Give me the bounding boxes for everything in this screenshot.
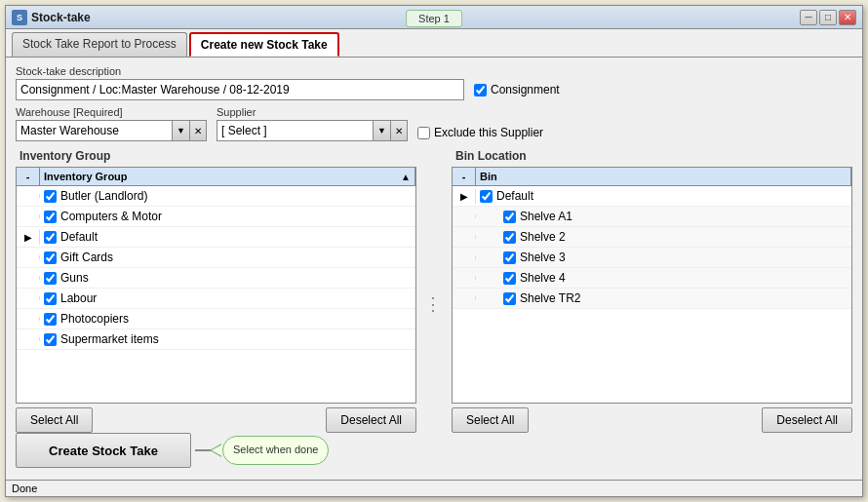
inventory-check-3[interactable] xyxy=(44,231,57,244)
bottom-action-row: Create Stock Take Select when done xyxy=(16,433,852,468)
row-minus-8[interactable] xyxy=(17,337,40,341)
inventory-check-5[interactable] xyxy=(44,272,57,285)
callout-arrow-left xyxy=(210,444,221,457)
callout-bubble: Select when done xyxy=(222,436,329,464)
bin-row-cell-1: Default xyxy=(476,186,851,206)
inventory-check-4[interactable] xyxy=(44,251,57,264)
supplier-arrow-button[interactable]: ▼ xyxy=(373,120,390,141)
bin-row-cell-2: Shelve A1 xyxy=(476,207,851,226)
create-stock-take-button[interactable]: Create Stock Take xyxy=(16,433,191,468)
title-bar-left: S Stock-take xyxy=(12,10,91,25)
inventory-panel: - Inventory Group ▲ Butler (Landlor xyxy=(16,167,416,404)
bin-header-minus[interactable]: - xyxy=(453,168,476,185)
bin-buttons: Select All Deselect All xyxy=(452,407,852,433)
bin-header-name: Bin xyxy=(476,168,851,185)
inventory-check-8[interactable] xyxy=(44,333,57,346)
consignment-checkbox-label: Consignment xyxy=(474,83,560,97)
inventory-panel-title: Inventory Group xyxy=(16,147,416,165)
maximize-button[interactable]: □ xyxy=(819,10,837,25)
bin-check-6[interactable] xyxy=(503,292,516,305)
table-row: Labour xyxy=(17,289,415,309)
table-row: Supermarket items xyxy=(17,329,415,350)
table-row: Guns xyxy=(17,268,415,289)
table-row: ▶ Default xyxy=(453,186,851,207)
tabs-bar: Stock Take Report to Process Create new … xyxy=(6,29,862,58)
warehouse-clear-button[interactable]: ✕ xyxy=(189,120,207,141)
warehouse-arrow-button[interactable]: ▼ xyxy=(172,120,189,141)
inventory-check-6[interactable] xyxy=(44,292,57,305)
supplier-clear-button[interactable]: ✕ xyxy=(390,120,408,141)
supplier-group: Supplier ▼ ✕ xyxy=(217,106,408,141)
row-minus-4[interactable] xyxy=(17,255,40,259)
bin-check-1[interactable] xyxy=(480,190,493,203)
status-text: Done xyxy=(12,483,37,494)
description-input[interactable] xyxy=(16,79,464,100)
inventory-check-2[interactable] xyxy=(44,211,57,223)
inventory-check-7[interactable] xyxy=(44,313,57,326)
bin-row-cell-5: Shelve 4 xyxy=(476,268,851,288)
close-button[interactable]: ✕ xyxy=(839,10,856,25)
bin-panel: - Bin ▶ Default xyxy=(452,167,852,404)
bin-check-2[interactable] xyxy=(503,211,516,223)
bin-section: Bin Location - Bin ▶ xyxy=(452,147,852,433)
row-cell-2: Computers & Motor xyxy=(40,207,415,226)
table-row: Shelve 4 xyxy=(453,268,851,289)
bin-row-cell-4: Shelve 3 xyxy=(476,248,851,267)
exclude-supplier-label: Exclude this Supplier xyxy=(417,126,543,139)
row-cell-6: Labour xyxy=(40,289,415,308)
inventory-select-all-button[interactable]: Select All xyxy=(16,407,93,433)
title-bar: S Stock-take Step 1 ─ □ ✕ xyxy=(6,6,862,29)
step-indicator: Step 1 xyxy=(406,10,462,27)
bin-select-all-button[interactable]: Select All xyxy=(452,407,529,433)
main-window: S Stock-take Step 1 ─ □ ✕ Stock Take Rep… xyxy=(5,5,863,497)
bin-check-4[interactable] xyxy=(503,251,516,264)
content-area: Stock-take description Consignment Wareh… xyxy=(6,58,862,480)
inventory-header-minus[interactable]: - xyxy=(17,168,40,185)
row-minus-6[interactable] xyxy=(17,296,40,300)
panel-separator: ⋮ xyxy=(424,147,444,433)
table-row: Butler (Landlord) xyxy=(17,186,415,207)
table-row: Gift Cards xyxy=(17,248,415,268)
table-row: Computers & Motor xyxy=(17,207,415,227)
inventory-deselect-all-button[interactable]: Deselect All xyxy=(326,407,416,433)
row-minus-2[interactable] xyxy=(17,214,40,218)
exclude-supplier-checkbox[interactable] xyxy=(417,127,430,139)
row-cell-5: Guns xyxy=(40,268,415,288)
inventory-sort-icon: ▲ xyxy=(401,172,411,182)
app-icon: S xyxy=(12,10,27,25)
inventory-check-1[interactable] xyxy=(44,190,57,203)
supplier-input[interactable] xyxy=(217,120,373,141)
table-row: Shelve A1 xyxy=(453,207,851,227)
row-cell-4: Gift Cards xyxy=(40,248,415,267)
bin-row-minus-2 xyxy=(453,214,476,218)
bin-row-cell-6: Shelve TR2 xyxy=(476,289,851,308)
bin-row-minus-5 xyxy=(453,276,476,280)
consignment-checkbox[interactable] xyxy=(474,84,487,97)
table-row: Photocopiers xyxy=(17,309,415,329)
minimize-button[interactable]: ─ xyxy=(800,10,817,25)
bin-panel-title: Bin Location xyxy=(452,147,852,165)
row-minus-1[interactable] xyxy=(17,194,40,198)
tab-create-stock-take[interactable]: Create new Stock Take xyxy=(189,32,339,57)
bin-check-5[interactable] xyxy=(503,272,516,285)
description-label: Stock-take description xyxy=(16,65,852,77)
row-cell-1: Butler (Landlord) xyxy=(40,186,415,206)
row-cell-7: Photocopiers xyxy=(40,309,415,328)
bin-panel-header: - Bin xyxy=(453,168,851,186)
status-bar: Done xyxy=(6,480,862,496)
bin-row-minus-1[interactable]: ▶ xyxy=(453,189,476,204)
warehouse-supplier-row: Warehouse [Required] ▼ ✕ Supplier ▼ ✕ Ex… xyxy=(16,106,852,141)
warehouse-dropdown-row: ▼ ✕ xyxy=(16,120,207,141)
table-row: Shelve TR2 xyxy=(453,289,851,309)
bin-deselect-all-button[interactable]: Deselect All xyxy=(762,407,852,433)
inventory-section: Inventory Group - Inventory Group ▲ xyxy=(16,147,416,433)
row-minus-3[interactable]: ▶ xyxy=(17,230,40,245)
warehouse-input[interactable] xyxy=(16,120,172,141)
tab-stock-take-report[interactable]: Stock Take Report to Process xyxy=(12,32,187,57)
bin-row-minus-3 xyxy=(453,235,476,239)
bin-check-3[interactable] xyxy=(503,231,516,244)
warehouse-group: Warehouse [Required] ▼ ✕ xyxy=(16,106,207,141)
row-minus-5[interactable] xyxy=(17,276,40,280)
row-minus-7[interactable] xyxy=(17,317,40,321)
table-row: ▶ Default xyxy=(17,227,415,248)
